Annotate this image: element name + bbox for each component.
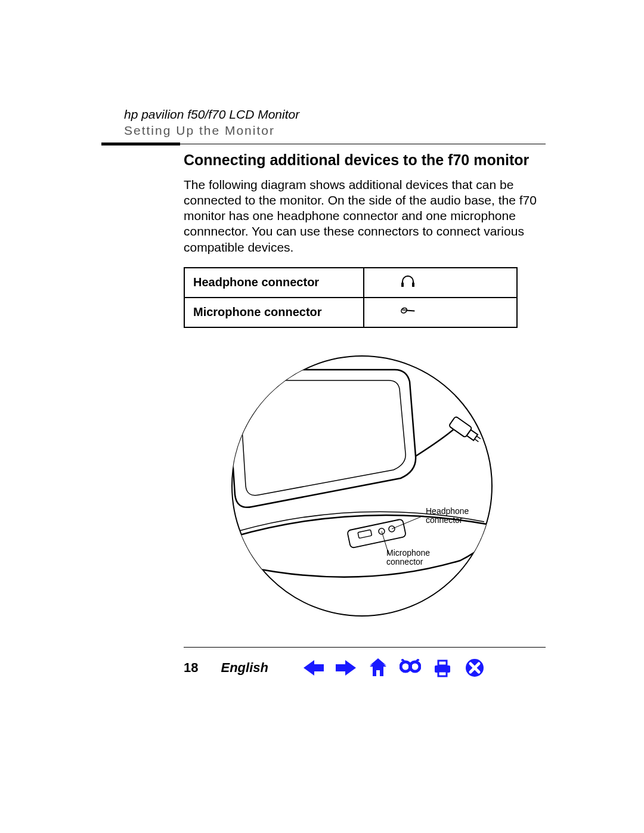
doc-title: hp pavilion f50/f70 LCD Monitor [124, 106, 546, 122]
table-row: Headphone connector [184, 268, 517, 298]
svg-rect-27 [438, 671, 447, 676]
table-row: Microphone connector [184, 298, 517, 327]
nav-toolbar [303, 657, 485, 679]
print-button[interactable] [432, 657, 453, 679]
search-button[interactable] [400, 657, 421, 679]
svg-marker-19 [336, 660, 356, 676]
connector-label: Headphone connector [184, 268, 364, 298]
close-button[interactable] [464, 657, 485, 679]
svg-rect-0 [401, 283, 404, 287]
monitor-diagram: Headphone connector Microphone connector [210, 352, 520, 626]
page-number: 18 [184, 660, 198, 676]
connector-table: Headphone connector Microphone connector [184, 267, 518, 328]
headphone-icon [364, 268, 517, 298]
home-button[interactable] [367, 657, 389, 679]
next-page-button[interactable] [335, 657, 357, 679]
svg-marker-20 [370, 659, 386, 676]
svg-rect-26 [438, 661, 447, 665]
running-head: hp pavilion f50/f70 LCD Monitor Setting … [124, 106, 546, 139]
language-label: English [221, 660, 268, 676]
callout-microphone: Microphone connector [386, 549, 430, 567]
page-body: hp pavilion f50/f70 LCD Monitor Setting … [101, 106, 546, 644]
section-heading: Connecting additional devices to the f70… [184, 151, 546, 169]
header-rule [101, 143, 546, 145]
svg-rect-24 [408, 665, 412, 668]
prev-page-button[interactable] [303, 657, 324, 679]
doc-subtitle: Setting Up the Monitor [124, 122, 546, 138]
content-area: Connecting additional devices to the f70… [184, 151, 546, 626]
svg-rect-1 [412, 283, 414, 287]
svg-marker-18 [304, 660, 324, 676]
page-footer: 18 English [101, 647, 546, 679]
connector-label: Microphone connector [184, 298, 364, 327]
body-paragraph: The following diagram shows additional d… [184, 177, 546, 255]
svg-line-5 [407, 307, 415, 315]
microphone-icon [364, 298, 517, 327]
callout-headphone: Headphone connector [426, 507, 469, 525]
